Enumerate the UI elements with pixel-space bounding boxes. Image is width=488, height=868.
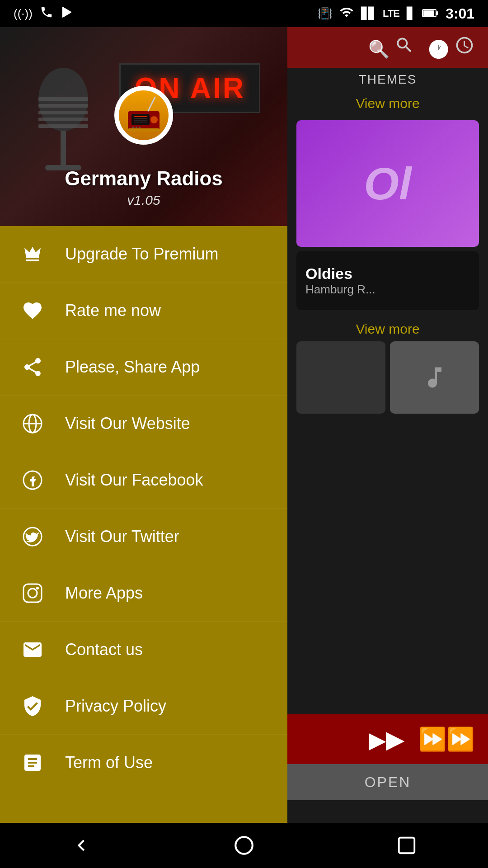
lte-icon: LTE [383,8,399,19]
home-button[interactable] [221,823,267,868]
twitter-label: Visit Our Twitter [65,527,179,546]
station-card-dark [296,341,385,414]
signal-icon: ▋▋ [361,7,375,20]
crown-icon [18,240,47,269]
menu-item-rate[interactable]: Rate me now [0,283,287,339]
signal-bars-icon: ▋ [407,7,415,20]
svg-rect-7 [38,118,88,121]
play-icon[interactable]: ▶ [369,725,405,754]
view-more-bottom[interactable]: View more [287,315,488,341]
share-icon [18,353,47,382]
station-card-gray [390,341,479,414]
play-store-icon [61,5,74,22]
facebook-icon [18,466,47,495]
vibrate-icon: 📳 [318,7,332,21]
svg-rect-2 [436,11,438,15]
svg-point-20 [132,127,134,128]
menu-item-privacy[interactable]: Privacy Policy [0,678,287,735]
right-panel: THEMES View more Ol Oldies Hamburg R... … [287,27,488,868]
phone-icon [40,5,53,22]
app-name: Germany Radios [0,167,287,190]
upgrade-label: Upgrade To Premium [65,245,219,264]
svg-rect-9 [61,131,66,167]
back-button[interactable] [59,823,104,868]
svg-point-21 [136,127,137,128]
status-time: 3:01 [446,5,474,22]
status-left-icons: ((·)) [14,5,74,22]
svg-point-22 [139,127,141,128]
menu-item-website[interactable]: Visit Our Website [0,396,287,452]
menu-item-share[interactable]: Please, Share App [0,339,287,396]
rate-label: Rate me now [65,301,161,320]
navigation-bar [0,823,488,868]
svg-rect-8 [38,124,88,128]
recents-button[interactable] [384,823,429,868]
svg-line-19 [148,97,155,111]
more-apps-label: More Apps [65,584,143,603]
navigation-drawer: ON AIR [0,27,287,823]
top-bar [287,27,488,68]
svg-rect-5 [38,104,88,108]
status-right-icons: 📳 ▋▋ LTE ▋ 3:01 [318,5,474,23]
shield-icon [18,692,47,721]
station-info-card: Oldies Hamburg R... [296,251,479,310]
open-button[interactable]: OPEN [287,764,488,800]
svg-point-32 [235,837,253,854]
search-icon[interactable] [368,35,415,60]
station-name: Oldies [305,265,470,283]
wifi-icon [339,5,354,23]
menu-item-more-apps[interactable]: More Apps [0,565,287,622]
svg-rect-33 [399,838,415,854]
bottom-cards [296,341,479,414]
email-icon [18,635,47,664]
svg-rect-29 [23,584,42,602]
svg-point-31 [36,587,39,590]
menu-item-terms[interactable]: Term of Use [0,735,287,791]
contact-label: Contact us [65,640,143,659]
svg-rect-6 [38,111,88,114]
drawer-menu: Upgrade To Premium Rate me now Please, S… [0,226,287,823]
menu-item-upgrade[interactable]: Upgrade To Premium [0,226,287,283]
menu-item-facebook[interactable]: Visit Our Facebook [0,452,287,509]
svg-point-18 [150,116,158,123]
svg-rect-13 [132,115,149,124]
fast-forward-icon[interactable]: ⏩ [418,726,474,752]
clock-icon[interactable] [428,35,474,60]
player-bar: ▶ ⏩ [287,714,488,764]
svg-rect-4 [38,97,88,101]
app-version: v1.05 [0,193,287,208]
menu-item-twitter[interactable]: Visit Our Twitter [0,509,287,565]
app-logo [114,86,173,145]
battery-icon [422,6,438,21]
svg-point-30 [28,589,37,598]
view-more-top[interactable]: View more [287,87,488,116]
globe-icon [18,409,47,438]
drawer-header: ON AIR [0,27,287,226]
status-bar: ((·)) 📳 ▋▋ LTE ▋ 3:01 [0,0,488,27]
share-label: Please, Share App [65,358,200,377]
privacy-label: Privacy Policy [65,697,166,716]
instagram-icon [18,579,47,608]
themes-label: THEMES [287,68,488,87]
heart-icon [18,296,47,325]
terms-label: Term of Use [65,753,153,772]
wifi-signal-icon: ((·)) [14,7,33,21]
station-card-purple: Ol [296,120,479,247]
website-label: Visit Our Website [65,414,190,433]
facebook-label: Visit Our Facebook [65,471,203,490]
terms-icon [18,748,47,777]
svg-rect-1 [423,10,434,16]
menu-item-contact[interactable]: Contact us [0,622,287,678]
svg-rect-23 [128,128,160,131]
station-location: Hamburg R... [305,283,470,297]
twitter-icon [18,522,47,551]
